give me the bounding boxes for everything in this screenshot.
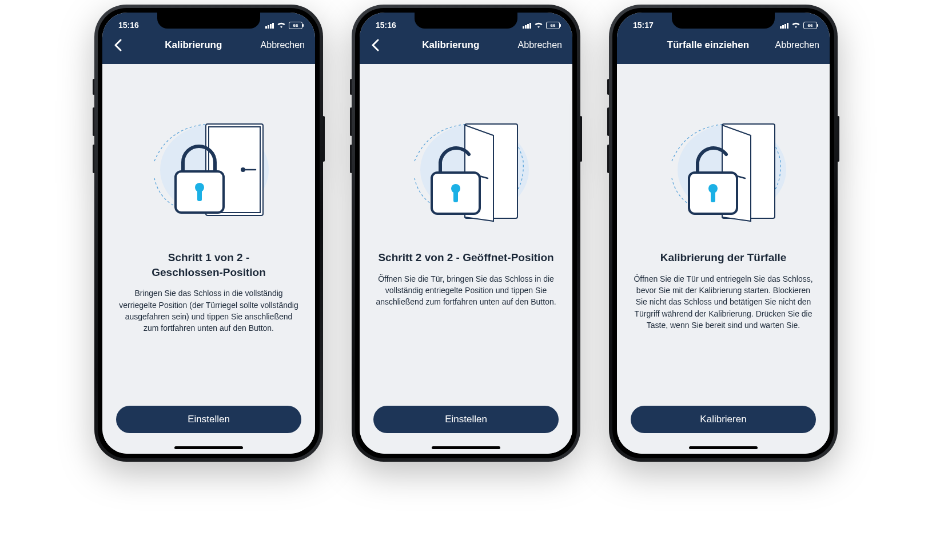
cancel-button[interactable]: Abbrechen xyxy=(518,40,562,50)
wifi-icon xyxy=(277,22,286,29)
status-time: 15:16 xyxy=(376,21,396,30)
cellular-icon xyxy=(265,22,274,29)
page-title: Kalibrierung xyxy=(384,39,518,51)
back-button[interactable] xyxy=(109,39,126,51)
home-indicator[interactable] xyxy=(174,446,243,449)
cancel-button[interactable]: Abbrechen xyxy=(261,40,305,50)
illustration-open-door xyxy=(649,93,798,230)
step-body: Öffnen Sie die Tür, bringen Sie das Schl… xyxy=(360,273,572,308)
app-body: Schritt 2 von 2 - Geöffnet-Position Öffn… xyxy=(360,64,572,454)
step-body: Bringen Sie das Schloss in die vollständ… xyxy=(102,287,315,334)
svg-rect-15 xyxy=(453,191,458,202)
cellular-icon xyxy=(780,22,788,29)
home-indicator[interactable] xyxy=(432,446,500,449)
step-heading: Schritt 2 von 2 - Geöffnet-Position xyxy=(363,250,568,265)
illustration-open-door xyxy=(392,93,540,230)
status-time: 15:16 xyxy=(118,21,139,30)
primary-button[interactable]: Einstellen xyxy=(116,406,301,433)
page-title: Kalibrierung xyxy=(126,39,261,51)
illustration-locked-door xyxy=(134,93,283,230)
app-body: Kalibrierung der Türfalle Öffnen Sie die… xyxy=(617,64,830,454)
primary-button[interactable]: Kalibrieren xyxy=(631,406,816,433)
primary-button[interactable]: Einstellen xyxy=(373,406,559,433)
cellular-icon xyxy=(523,22,531,29)
stage: 15:16 66 Kalibrierung Abbrechen xyxy=(0,0,932,560)
battery-icon: 66 xyxy=(289,22,302,29)
step-body: Öffnen Sie die Tür und entriegeln Sie da… xyxy=(617,273,830,331)
screen: 15:17 66 Türfalle einziehen Abbrechen xyxy=(617,13,830,454)
svg-point-4 xyxy=(241,167,245,172)
step-heading: Kalibrierung der Türfalle xyxy=(646,250,802,265)
back-button[interactable] xyxy=(367,39,384,51)
cancel-button[interactable]: Abbrechen xyxy=(775,40,819,50)
phone-mockup: 15:16 66 Kalibrierung Abbrechen xyxy=(352,5,580,462)
wifi-icon xyxy=(791,22,800,29)
nav-bar: Kalibrierung Abbrechen xyxy=(360,33,572,51)
nav-bar: Türfalle einziehen Abbrechen xyxy=(617,33,830,51)
nav-bar: Kalibrierung Abbrechen xyxy=(102,33,315,51)
screen: 15:16 66 Kalibrierung Abbrechen xyxy=(360,13,572,454)
notch xyxy=(415,13,517,29)
notch xyxy=(157,13,260,29)
wifi-icon xyxy=(534,22,543,29)
status-time: 15:17 xyxy=(633,21,654,30)
battery-icon: 66 xyxy=(803,22,817,29)
notch xyxy=(672,13,775,29)
svg-rect-7 xyxy=(197,190,202,201)
phone-mockup: 15:16 66 Kalibrierung Abbrechen xyxy=(94,5,323,462)
app-body: Schritt 1 von 2 - Geschlossen-Position B… xyxy=(102,64,315,454)
phone-mockup: 15:17 66 Türfalle einziehen Abbrechen xyxy=(609,5,838,462)
page-title: Türfalle einziehen xyxy=(641,39,775,51)
step-heading: Schritt 1 von 2 - Geschlossen-Position xyxy=(137,250,281,279)
battery-icon: 66 xyxy=(546,22,560,29)
home-indicator[interactable] xyxy=(689,446,758,449)
screen: 15:16 66 Kalibrierung Abbrechen xyxy=(102,13,315,454)
svg-rect-23 xyxy=(711,191,715,202)
